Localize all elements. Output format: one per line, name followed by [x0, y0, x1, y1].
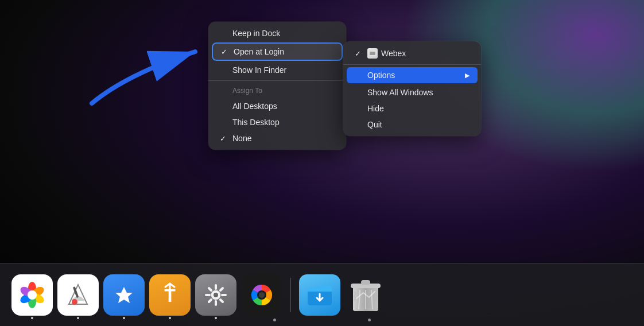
menu-item-all-desktops[interactable]: All Desktops: [208, 98, 346, 114]
svg-point-26: [259, 292, 265, 298]
svg-line-22: [220, 300, 223, 302]
dock: A T: [0, 263, 644, 326]
svg-point-12: [72, 299, 77, 305]
dock-icon-downloads[interactable]: [299, 274, 340, 316]
webex-icon: [367, 48, 378, 59]
context-menu-main: Keep in Dock ✓ Open at Login Show In Fin…: [208, 22, 346, 150]
svg-line-21: [209, 288, 211, 290]
submenu-item-webex[interactable]: ✓ Webex: [343, 45, 481, 62]
menu-item-assign-to-header: Assign To: [208, 83, 346, 98]
svg-point-9: [28, 290, 37, 300]
svg-point-16: [214, 293, 218, 297]
context-menu-sub: ✓ Webex Options ▶ Show All Windows Hide …: [343, 41, 481, 136]
submenu-item-options[interactable]: Options ▶: [347, 67, 478, 83]
svg-line-24: [220, 288, 223, 290]
checkmark-open: ✓: [221, 48, 230, 56]
dock-icons: A T: [11, 274, 386, 316]
annotation-arrow: [80, 40, 207, 109]
dock-bottom-dots: [0, 319, 644, 321]
dock-dot-indicator-1: [273, 319, 276, 321]
dock-dot-indicator-2: [368, 319, 371, 321]
dock-icon-appstore[interactable]: A: [103, 274, 145, 316]
dock-icon-colorwheel[interactable]: [241, 274, 282, 316]
menu-item-open-at-login[interactable]: ✓ Open at Login: [212, 42, 343, 61]
dock-icon-photos[interactable]: [11, 274, 53, 316]
submenu-item-quit[interactable]: Quit: [343, 117, 481, 133]
menu-item-keep-in-dock[interactable]: Keep in Dock: [208, 25, 346, 41]
svg-rect-30: [361, 280, 370, 285]
dock-icon-sysprefs[interactable]: [195, 274, 236, 316]
dock-icon-pixelmator[interactable]: [57, 274, 99, 316]
checkmark-none: ✓: [220, 134, 229, 143]
svg-text:A: A: [119, 288, 129, 302]
submenu-item-show-all-windows[interactable]: Show All Windows: [343, 84, 481, 100]
dock-icon-toolbox[interactable]: T: [149, 274, 191, 316]
submenu-item-hide[interactable]: Hide: [343, 100, 481, 117]
menu-item-none[interactable]: ✓ None: [208, 130, 346, 146]
dock-separator: [290, 278, 291, 312]
submenu-arrow-options: ▶: [465, 72, 470, 79]
menu-item-this-desktop[interactable]: This Desktop: [208, 114, 346, 130]
menu-item-show-in-finder[interactable]: Show In Finder: [208, 62, 346, 78]
menu-separator-1: [208, 80, 346, 81]
dock-icon-trash[interactable]: [345, 274, 386, 316]
checkmark-webex: ✓: [355, 49, 364, 58]
submenu-separator-1: [343, 64, 481, 65]
svg-rect-2: [370, 52, 375, 55]
svg-line-23: [209, 300, 211, 302]
